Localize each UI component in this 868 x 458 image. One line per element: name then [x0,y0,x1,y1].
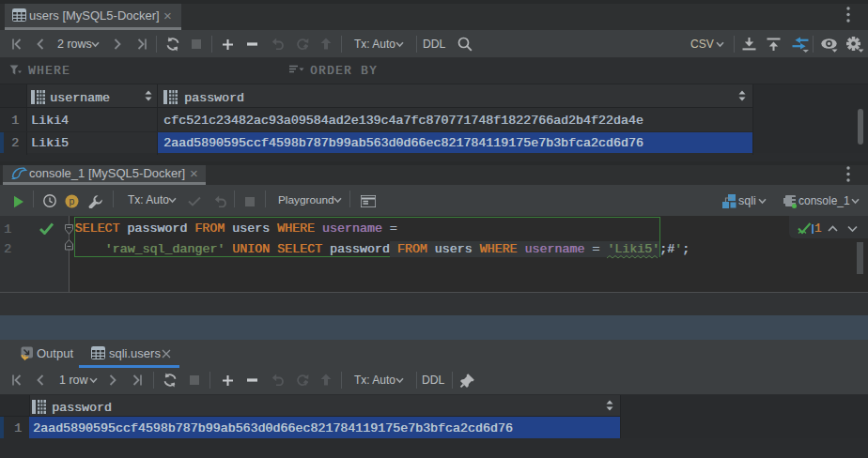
svg-text:p: p [70,195,75,206]
